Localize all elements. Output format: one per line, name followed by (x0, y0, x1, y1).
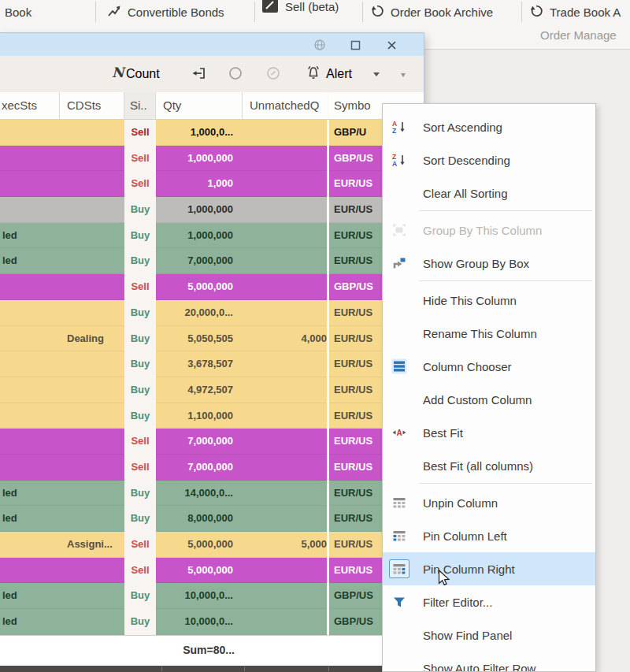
menu-separator (419, 483, 592, 485)
toolbar-overflow-caret-icon[interactable] (401, 73, 406, 77)
menu-item-icon-placeholder (389, 626, 410, 644)
cell-unmatchedqty: 5,000 (243, 532, 327, 558)
close-icon[interactable] (384, 37, 399, 53)
menu-item-label: Pin Column Left (423, 529, 507, 543)
cell-side: Sell (124, 146, 156, 172)
cell-execsts: led (0, 506, 60, 532)
cell-cdsts (60, 583, 124, 609)
mouse-cursor (438, 570, 454, 591)
menu-item-label: Clear All Sorting (423, 187, 508, 200)
menu-item-best-fit-all-columns[interactable]: Best Fit (all columns) (383, 449, 595, 482)
line-chart-icon (107, 4, 121, 20)
cell-execsts: led (0, 609, 60, 635)
column-header-execsts[interactable]: xecSts (0, 92, 60, 119)
column-header-cdsts[interactable]: CDSts (60, 92, 124, 119)
table-row[interactable]: Sell5,000,000EUR/US (0, 558, 424, 584)
table-row[interactable]: ledBuy14,000,0...EUR/US (0, 481, 424, 507)
cell-side: Sell (124, 120, 156, 146)
ribbon-button-trade-book[interactable]: Trade Book A (529, 0, 621, 24)
ribbon-button-convertible-bonds[interactable]: Convertible Bonds (107, 0, 224, 24)
table-row[interactable]: ledBuy1,000,000EUR/US (0, 223, 424, 249)
ribbon-button-label: Convertible Bonds (128, 6, 224, 19)
float-window-icon[interactable] (312, 37, 328, 53)
menu-item-pin-column-right[interactable]: Pin Column Right (383, 552, 595, 585)
menu-item-pin-column-left[interactable]: Pin Column Left (383, 519, 595, 552)
menu-item-show-group-by-box[interactable]: Show Group By Box (383, 247, 595, 280)
table-row[interactable]: Buy1,000,000EUR/US (0, 197, 424, 223)
table-row[interactable]: Sell7,000,000EUR/US (0, 429, 424, 455)
menu-item-icon-placeholder (389, 456, 410, 475)
table-row[interactable]: Buy4,972,507EUR/US (0, 377, 424, 403)
cell-side: Buy (124, 300, 156, 326)
cell-qty: 5,000,000 (156, 558, 243, 584)
table-row[interactable]: ledBuy8,000,000EUR/US (0, 506, 424, 532)
cell-qty: 1,000,000 (156, 223, 243, 249)
cell-execsts (0, 377, 60, 403)
cell-qty: 5,000,000 (156, 532, 243, 558)
count-button[interactable]: Count (126, 67, 160, 81)
table-row[interactable]: ledBuy10,000,0...GBP/US (0, 609, 424, 635)
edit-circle-icon[interactable] (265, 65, 281, 84)
column-chooser-icon (389, 357, 410, 376)
cell-cdsts (60, 223, 124, 249)
ribbon-button-label: Trade Book A (550, 6, 621, 19)
circle-icon[interactable] (228, 65, 243, 84)
cell-unmatchedqty (243, 171, 327, 197)
cell-side: Buy (124, 403, 156, 429)
cell-cdsts (60, 120, 124, 146)
window-bottom-bar (0, 666, 424, 672)
alert-bell-icon[interactable] (304, 64, 323, 85)
table-row[interactable]: Buy20,000,0...EUR/US (0, 300, 424, 326)
sell-icon (261, 0, 279, 16)
table-row[interactable]: ledBuy7,000,000EUR/US (0, 248, 424, 274)
export-icon[interactable] (190, 65, 207, 84)
pin-column-right-icon (389, 559, 410, 578)
cell-unmatchedqty (243, 248, 327, 274)
ribbon-separator (362, 2, 363, 22)
cell-qty: 5,000,000 (156, 274, 243, 300)
column-header-unmatchedqty[interactable]: UnmatchedQ (243, 92, 327, 119)
table-row[interactable]: Sell1,000,0...GBP/U (0, 120, 424, 146)
cell-execsts (0, 274, 60, 300)
table-row[interactable]: Sell7,000,000EUR/US (0, 455, 424, 481)
cell-side: Buy (124, 506, 156, 532)
menu-item-sort-descending[interactable]: ZASort Descending (383, 143, 595, 176)
window-titlebar[interactable] (0, 33, 424, 56)
table-row[interactable]: Sell1,000,000GBP/US (0, 146, 424, 172)
table-row[interactable]: Sell1,000EUR/US (0, 171, 424, 197)
menu-item-rename-this-column[interactable]: Rename This Column (383, 317, 595, 350)
menu-item-hide-this-column[interactable]: Hide This Column (383, 284, 595, 317)
table-row[interactable]: Buy1,100,000EUR/US (0, 403, 424, 429)
ribbon-button-sell-beta[interactable]: Sell (beta) (261, 0, 339, 18)
column-header-side[interactable]: Si.. (124, 92, 156, 119)
menu-item-add-custom-column[interactable]: Add Custom Column (383, 383, 595, 416)
table-row[interactable]: DealingBuy5,050,5054,000EUR/US (0, 326, 424, 352)
maximize-icon[interactable] (347, 37, 363, 53)
table-row[interactable]: ledBuy10,000,0...GBP/US (0, 583, 424, 609)
table-row[interactable]: Sell5,000,000GBP/US (0, 274, 424, 300)
menu-item-clear-all-sorting[interactable]: Clear All Sorting (383, 176, 595, 210)
cell-side: Buy (124, 326, 156, 352)
table-row[interactable]: Assigni...Sell5,000,0005,000EUR/US (0, 532, 424, 558)
cell-cdsts: Dealing (60, 326, 124, 352)
cell-side: Buy (124, 351, 156, 377)
column-header-qty[interactable]: Qty (156, 92, 243, 119)
ribbon-separator (254, 2, 255, 22)
alert-dropdown-caret-icon[interactable] (373, 72, 380, 76)
ribbon-button-book[interactable]: Book (5, 0, 32, 24)
table-row[interactable]: Buy3,678,507EUR/US (0, 351, 424, 377)
menu-item-best-fit[interactable]: ABest Fit (383, 416, 595, 449)
menu-item-show-find-panel[interactable]: Show Find Panel (383, 618, 595, 652)
cell-execsts (0, 326, 60, 352)
menu-item-column-chooser[interactable]: Column Chooser (383, 350, 595, 383)
ribbon-button-order-book-archive[interactable]: Order Book Archive (370, 0, 493, 24)
menu-item-show-auto-filter-row[interactable]: Show Auto Filter Row (383, 652, 595, 672)
menu-item-label: Show Auto Filter Row (423, 662, 536, 672)
menu-item-sort-ascending[interactable]: AZSort Ascending (383, 110, 595, 143)
menu-item-label: Show Group By Box (423, 257, 529, 270)
menu-item-filter-editor[interactable]: Filter Editor... (383, 585, 595, 618)
alert-button[interactable]: Alert (326, 67, 352, 81)
cell-unmatchedqty (243, 223, 327, 249)
cell-qty: 7,000,000 (156, 455, 243, 481)
menu-item-unpin-column[interactable]: Unpin Column (383, 486, 595, 519)
